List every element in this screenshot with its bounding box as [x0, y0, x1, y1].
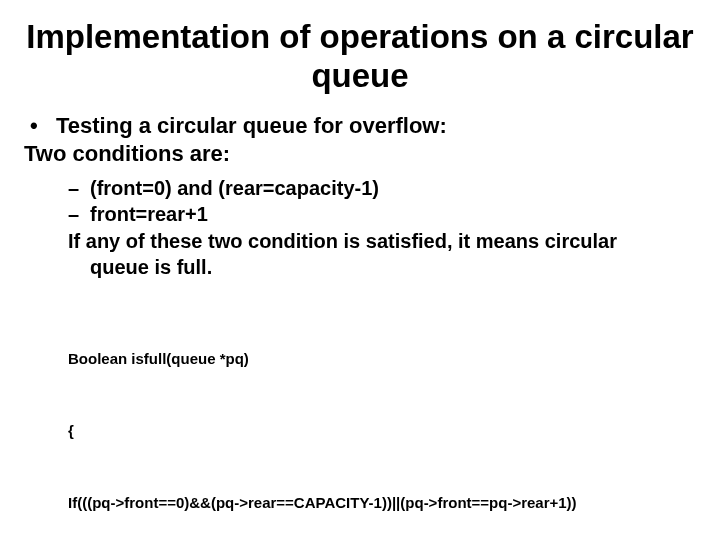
- bullet-item: • Testing a circular queue for overflow:: [24, 112, 696, 141]
- code-line: {: [68, 419, 696, 443]
- sub-list: – (front=0) and (rear=capacity-1) – fron…: [68, 175, 696, 281]
- bullet-text: Testing a circular queue for overflow:: [56, 112, 696, 141]
- dash-icon: –: [68, 201, 90, 227]
- slide: Implementation of operations on a circul…: [0, 0, 720, 540]
- dash-icon: –: [68, 175, 90, 201]
- sub-text: (front=0) and (rear=capacity-1): [90, 175, 696, 201]
- code-line: Boolean isfull(queue *pq): [68, 347, 696, 371]
- body-text: • Testing a circular queue for overflow:…: [24, 112, 696, 169]
- slide-title: Implementation of operations on a circul…: [24, 18, 696, 96]
- sub-text: front=rear+1: [90, 201, 696, 227]
- code-line: If(((pq->front==0)&&(pq->rear==CAPACITY-…: [68, 491, 696, 515]
- code-block: Boolean isfull(queue *pq) { If(((pq->fro…: [68, 299, 696, 540]
- sub-item: – (front=0) and (rear=capacity-1): [68, 175, 696, 201]
- bullet-dot-icon: •: [24, 112, 56, 141]
- body-line: Two conditions are:: [24, 140, 696, 169]
- sub-item: – front=rear+1: [68, 201, 696, 227]
- sub-if-line: If any of these two condition is satisfi…: [68, 228, 696, 254]
- sub-if-line2: queue is full.: [68, 254, 696, 280]
